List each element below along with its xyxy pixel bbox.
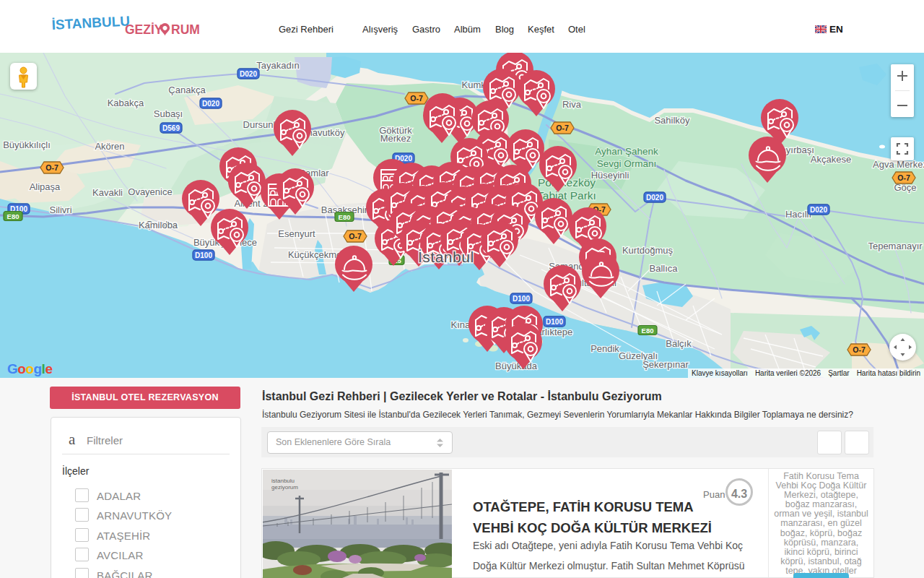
svg-text:İstanbul: İstanbul <box>418 249 474 265</box>
svg-text:istanbulu: istanbulu <box>271 478 295 484</box>
svg-text:İSTANBULU: İSTANBULU <box>51 14 130 33</box>
svg-text:Kamiloba: Kamiloba <box>139 220 178 230</box>
svg-text:Agva Merkez: Agva Merkez <box>873 159 924 170</box>
svg-text:E80: E80 <box>7 212 19 220</box>
svg-text:Çanakça: Çanakça <box>168 85 206 95</box>
svg-text:O-7: O-7 <box>556 124 569 132</box>
svg-text:Subaşı: Subaşı <box>154 108 183 119</box>
svg-text:Ayhan Şahenk: Ayhan Şahenk <box>595 146 658 157</box>
svg-text:Büyükkılıçlı: Büyükkılıçlı <box>3 139 51 150</box>
svg-text:Pendik: Pendik <box>590 343 619 354</box>
svg-text:Hüseyinli: Hüseyinli <box>591 170 629 181</box>
svg-text:Kabakça: Kabakça <box>108 98 144 108</box>
svg-text:Merkez: Merkez <box>380 133 411 144</box>
svg-text:Silivri: Silivri <box>49 204 71 215</box>
svg-text:Riva: Riva <box>562 99 582 110</box>
svg-text:D100: D100 <box>513 295 530 303</box>
svg-text:geziyorum: geziyorum <box>271 484 298 491</box>
svg-text:D569: D569 <box>162 124 180 132</box>
svg-text:GEZİY: GEZİY <box>125 22 163 37</box>
svg-text:Şekerpınar: Şekerpınar <box>642 359 689 370</box>
svg-text:Balçık: Balçık <box>666 338 692 349</box>
svg-text:O-7: O-7 <box>349 232 362 241</box>
svg-text:Ballıca: Ballıca <box>649 263 678 274</box>
svg-text:D020: D020 <box>810 206 827 214</box>
svg-text:D100: D100 <box>546 318 563 326</box>
svg-text:Büyükada: Büyükada <box>495 361 538 371</box>
svg-text:Akören: Akören <box>95 141 124 152</box>
svg-text:Alipaşa: Alipaşa <box>30 181 61 192</box>
svg-text:O-7: O-7 <box>897 173 910 182</box>
svg-text:Ovayenice: Ovayenice <box>128 186 172 197</box>
svg-text:E80: E80 <box>642 327 654 335</box>
svg-text:Sahilköy: Sahilköy <box>654 115 690 126</box>
svg-text:Kurtdoğmuş: Kurtdoğmuş <box>622 245 674 256</box>
svg-text:Akçakese: Akçakese <box>811 154 851 165</box>
svg-text:Tepemanayır: Tepemanayır <box>868 241 923 251</box>
svg-text:Tayakadın: Tayakadın <box>256 60 299 71</box>
svg-text:D020: D020 <box>202 100 219 108</box>
svg-text:D020: D020 <box>646 194 663 202</box>
svg-text:RUM: RUM <box>171 22 200 37</box>
svg-text:Esenyurt: Esenyurt <box>278 228 315 239</box>
svg-text:Kavakli: Kavakli <box>92 187 123 198</box>
svg-text:O-7: O-7 <box>410 94 423 103</box>
svg-text:O-7: O-7 <box>853 345 866 354</box>
svg-text:Sevgi Ormanı: Sevgi Ormanı <box>597 158 657 169</box>
svg-text:O-7: O-7 <box>45 163 58 172</box>
svg-text:D100: D100 <box>195 251 212 259</box>
svg-text:E80: E80 <box>339 213 351 221</box>
svg-text:D020: D020 <box>240 70 257 78</box>
